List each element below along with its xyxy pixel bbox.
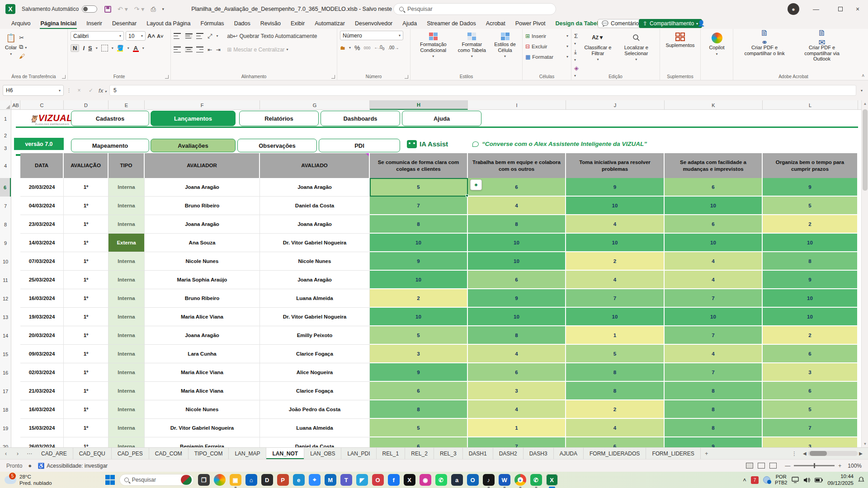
task-view-icon[interactable]: ❐ — [198, 474, 210, 486]
decrease-font-icon[interactable]: A˅ — [157, 33, 163, 39]
page-break-view-icon[interactable] — [769, 463, 777, 469]
sheet-list-icon[interactable]: ⋯ — [24, 448, 35, 459]
number-dialog-launcher[interactable] — [405, 75, 408, 79]
nav-button-pdi[interactable]: PDI — [319, 139, 400, 152]
scroll-up-icon[interactable]: ▲ — [862, 100, 868, 107]
cell-score-row15-col0[interactable]: 3 — [370, 345, 468, 363]
cell-score-row17-col0[interactable]: 6 — [370, 382, 468, 400]
language-indicator[interactable]: PORPTB2 — [775, 474, 788, 486]
facebook-icon[interactable]: f — [388, 474, 400, 486]
column-header-H[interactable]: H — [370, 100, 468, 110]
align-right-icon[interactable] — [196, 47, 203, 52]
zoom-in-icon[interactable]: + — [838, 463, 841, 469]
cell-score-row13-col4[interactable]: 10 — [763, 308, 858, 326]
cell-score-row8-col3[interactable]: 6 — [665, 215, 763, 234]
font-name-select[interactable]: Calibri▾ — [71, 31, 124, 41]
cell-score-row15-col2[interactable]: 5 — [566, 345, 665, 363]
cell-score-row20-col2[interactable]: 6 — [566, 437, 665, 447]
cell-aval-row9[interactable]: 1º — [64, 234, 108, 252]
cell-styles-button[interactable]: Estilos de Célula▾ — [491, 31, 519, 72]
dell-icon[interactable]: D — [261, 474, 273, 486]
presence-icon[interactable]: 👤 — [698, 20, 705, 27]
cell-tipo-row20[interactable]: Interna — [108, 437, 145, 447]
number-format-select[interactable]: Número▾ — [340, 31, 403, 40]
nav-button-lançamentos[interactable]: Lançamentos — [151, 111, 236, 126]
search-input[interactable]: Pesquisar — [393, 3, 556, 15]
column-header-C[interactable]: C — [20, 100, 64, 110]
word-icon[interactable]: W — [499, 474, 510, 486]
export-icon[interactable]: ⎙ — [151, 5, 156, 13]
file-explorer-icon[interactable]: ▣ — [230, 474, 241, 486]
cell-score-row16-col1[interactable]: 6 — [468, 363, 566, 382]
weather-widget[interactable]: 5 28°CPred. nublado — [5, 474, 52, 487]
row-header-8[interactable]: 8 — [0, 215, 11, 234]
sheet-tab-lan_pdi[interactable]: LAN_PDI — [341, 448, 376, 459]
cell-aval-row13[interactable]: 1º — [64, 308, 108, 326]
sheet-tab-lan_not[interactable]: LAN_NOT — [266, 448, 304, 459]
nav-button-mapeamento[interactable]: Mapeamento — [71, 139, 149, 152]
format-painter-icon[interactable]: 🖌 — [19, 53, 27, 60]
menu-tab-desenhar[interactable]: Desenhar — [107, 19, 142, 29]
orientation-icon[interactable]: ⤢ — [208, 33, 212, 40]
cell-date-row12[interactable]: 16/03/2024 — [20, 289, 64, 308]
cell-avaliador-row9[interactable]: Ana Souza — [145, 234, 260, 252]
cell-avaliado-row18[interactable]: João Pedro da Costa — [260, 400, 370, 419]
save-icon[interactable] — [104, 6, 111, 13]
fill-handle[interactable] — [466, 194, 468, 197]
align-top-icon[interactable] — [174, 33, 181, 39]
whatsapp-icon[interactable]: ✆ — [435, 474, 447, 486]
cell-date-row10[interactable]: 07/03/2024 — [20, 252, 64, 271]
font-size-select[interactable]: 10▾ — [126, 31, 146, 41]
cell-score-row6-col3[interactable]: 6 — [665, 178, 763, 197]
hscroll-left-icon[interactable]: ◀ — [803, 451, 807, 456]
sort-filter-button[interactable]: AZ▼ Classificar e Filtrar▾ — [580, 31, 615, 72]
cell-date-row14[interactable]: 20/03/2024 — [20, 326, 64, 345]
cell-date-row7[interactable]: 04/03/2024 — [20, 197, 64, 215]
cell-score-row18-col4[interactable]: 5 — [763, 400, 858, 419]
align-bottom-icon[interactable] — [196, 33, 203, 39]
row-header-18[interactable]: 18 — [0, 400, 11, 419]
cell-aval-row12[interactable]: 1º — [64, 289, 108, 308]
cell-score-row6-col4[interactable]: 9 — [763, 178, 858, 197]
bold-button[interactable]: N — [71, 44, 79, 52]
increase-indent-icon[interactable]: ⇥ — [216, 47, 221, 53]
cell-aval-row10[interactable]: 1º — [64, 252, 108, 271]
cell-avaliado-row13[interactable]: Dr. Vitor Gabriel Nogueira — [260, 308, 370, 326]
sheet-tab-rel_3[interactable]: REL_3 — [434, 448, 463, 459]
autosave-switch[interactable] — [82, 5, 97, 13]
x-icon[interactable]: X — [404, 474, 415, 486]
cell-score-row13-col3[interactable]: 10 — [665, 308, 763, 326]
minimize-button[interactable]: — — [806, 0, 826, 18]
cell-tipo-row15[interactable]: Interna — [108, 345, 145, 363]
addins-button[interactable]: Suplementos — [663, 31, 698, 50]
cell-score-row17-col2[interactable]: 8 — [566, 382, 665, 400]
fill-icon[interactable]: ⤓ ▾ — [574, 48, 580, 62]
insert-function-icon[interactable]: fx ▾ — [98, 87, 108, 94]
ia-assist[interactable]: IA Assist — [407, 138, 448, 150]
cut-icon[interactable]: ✂ — [19, 34, 27, 41]
cell-score-row13-col0[interactable]: 10 — [370, 308, 468, 326]
cell-score-row14-col0[interactable]: 5 — [370, 326, 468, 345]
currency-icon[interactable]: 🖿 — [340, 45, 345, 51]
cell-aval-row16[interactable]: 1º — [64, 363, 108, 382]
normal-view-icon[interactable] — [746, 463, 753, 469]
cell-score-row7-col0[interactable]: 7 — [370, 197, 468, 215]
cell-score-row12-col4[interactable]: 10 — [763, 289, 858, 308]
cell-score-row7-col4[interactable]: 5 — [763, 197, 858, 215]
cell-score-row12-col2[interactable]: 7 — [566, 289, 665, 308]
percent-icon[interactable]: % — [354, 44, 360, 52]
column-header-K[interactable]: K — [665, 100, 763, 110]
cell-score-row17-col1[interactable]: 3 — [468, 382, 566, 400]
formula-input[interactable]: 5 — [109, 85, 856, 96]
cell-score-row11-col1[interactable]: 6 — [468, 271, 566, 289]
copy-icon[interactable]: ⧉ ▾ — [19, 43, 27, 51]
cell-score-row9-col0[interactable]: 10 — [370, 234, 468, 252]
cell-score-row6-col1[interactable]: 6 — [468, 178, 566, 197]
cell-avaliador-row16[interactable]: Maria Alice Viana — [145, 363, 260, 382]
opera-icon[interactable]: O — [372, 474, 384, 486]
cell-date-row19[interactable]: 15/03/2024 — [20, 419, 64, 437]
cell-aval-row18[interactable]: 1º — [64, 400, 108, 419]
cell-score-row14-col3[interactable]: 7 — [665, 326, 763, 345]
cell-score-row10-col4[interactable]: 8 — [763, 252, 858, 271]
cell-avaliador-row15[interactable]: Lara Cunha — [145, 345, 260, 363]
